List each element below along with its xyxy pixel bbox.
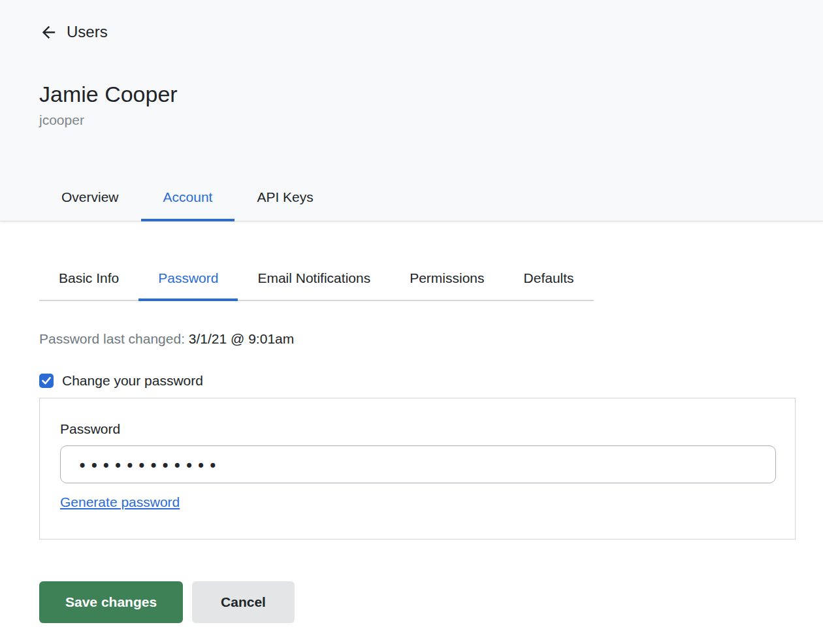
change-password-toggle-row[interactable]: Change your password	[39, 372, 203, 390]
username-subtitle: jcooper	[39, 111, 823, 129]
page-title: Jamie Cooper	[39, 78, 823, 110]
tab-account[interactable]: Account	[141, 174, 235, 221]
cancel-button[interactable]: Cancel	[192, 581, 295, 623]
main-tabs: Overview Account API Keys	[39, 174, 336, 221]
subtab-defaults[interactable]: Defaults	[504, 257, 594, 300]
subtab-basic-info[interactable]: Basic Info	[39, 257, 138, 300]
checkmark-icon	[42, 377, 51, 385]
tab-overview[interactable]: Overview	[39, 174, 141, 221]
password-last-changed-label: Password last changed:	[39, 331, 185, 346]
subtab-email-notifications[interactable]: Email Notifications	[238, 257, 390, 300]
change-password-checkbox[interactable]	[39, 374, 54, 388]
tab-api-keys[interactable]: API Keys	[234, 174, 335, 221]
account-subtabs: Basic Info Password Email Notifications …	[39, 257, 594, 301]
subtab-password[interactable]: Password	[138, 257, 238, 300]
back-arrow-icon[interactable]	[39, 23, 58, 42]
subtab-permissions[interactable]: Permissions	[390, 257, 504, 300]
password-panel: Password Generate password	[39, 398, 796, 539]
password-field-label: Password	[60, 421, 775, 438]
password-input[interactable]	[60, 445, 776, 483]
generate-password-link[interactable]: Generate password	[60, 494, 180, 510]
back-label[interactable]: Users	[67, 23, 108, 41]
save-changes-button[interactable]: Save changes	[39, 581, 183, 623]
change-password-label[interactable]: Change your password	[62, 372, 203, 390]
account-content: Basic Info Password Email Notifications …	[0, 221, 823, 623]
form-actions: Save changes Cancel	[39, 581, 823, 623]
password-last-changed-value: 3/1/21 @ 9:01am	[189, 331, 294, 346]
password-last-changed: Password last changed: 3/1/21 @ 9:01am	[39, 330, 823, 348]
back-to-users[interactable]: Users	[39, 22, 108, 42]
page-header: Users Jamie Cooper jcooper Overview Acco…	[0, 0, 823, 221]
